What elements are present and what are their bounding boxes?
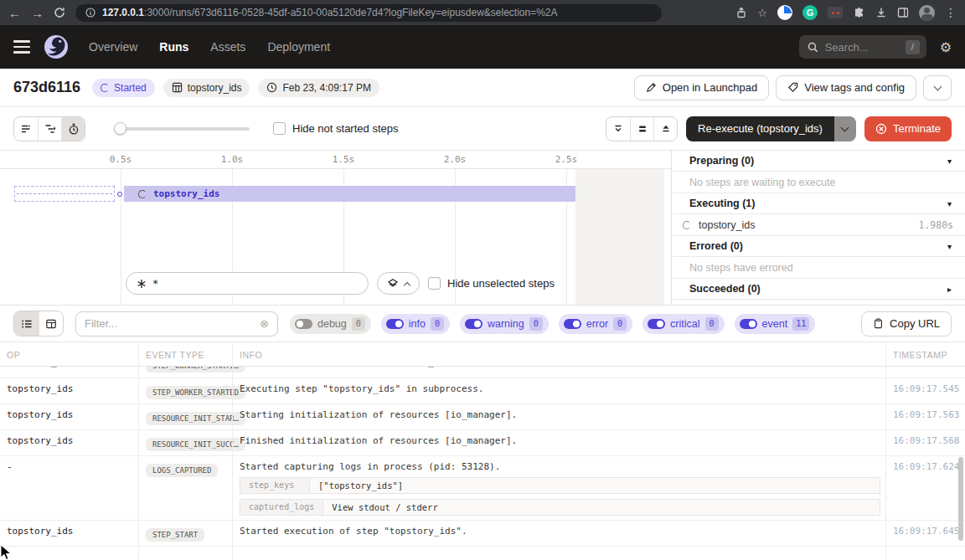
nav-item-runs[interactable]: Runs [159, 40, 188, 54]
double-bar-icon [637, 123, 648, 135]
status-step-row[interactable]: topstory_ids1.980s [673, 214, 965, 236]
share-icon[interactable] [735, 7, 747, 18]
collapse-up-button[interactable] [653, 117, 677, 141]
log-info-cell: Started capturing logs in process (pid: … [232, 456, 885, 520]
browser-profile-avatar[interactable] [919, 5, 935, 21]
log-info-text: Finished initialization of resources [io… [240, 435, 879, 446]
collapse-down-button[interactable] [606, 117, 630, 141]
table-row[interactable]: topstory_idsRESOURCE_INIT_SUCC…Finished … [0, 430, 965, 456]
toggle-knob [749, 321, 756, 327]
log-level-filters: debug0info0warning0error0critical0event1… [290, 314, 815, 334]
log-event-cell: RESOURCE_INIT_SUCC… [138, 430, 232, 455]
toggle-knob [573, 321, 580, 327]
hide-unselected-checkbox[interactable] [428, 277, 441, 290]
view-mode-flat-button[interactable] [14, 117, 38, 141]
expand-rows-button[interactable] [630, 117, 653, 141]
log-level-toggle-critical[interactable]: critical0 [642, 314, 724, 334]
run-start-time: Feb 23, 4:09:17 PM [258, 79, 379, 97]
log-timestamp-cell: 16:09:17.645 [885, 521, 965, 546]
log-level-toggle-warning[interactable]: warning0 [460, 314, 549, 334]
stopwatch-icon [68, 123, 80, 135]
log-list-view-button[interactable] [14, 311, 39, 336]
table-row[interactable]: topstory_idsSTEP_WORKER_STARTEDExecuting… [0, 378, 965, 404]
open-in-launchpad-button[interactable]: Open in Launchpad [634, 75, 769, 100]
browser-back-icon[interactable]: ← [8, 7, 21, 19]
log-op-cell: topstory_ids [0, 404, 138, 429]
metadata-link[interactable]: View stdout / stderr [323, 499, 880, 516]
copy-url-label: Copy URL [890, 317, 940, 330]
gantt-zoom-slider[interactable] [116, 127, 250, 131]
view-mode-waterfall-button[interactable] [38, 117, 61, 141]
robot-extension-icon[interactable] [828, 7, 843, 18]
extension-clock-icon[interactable] [777, 5, 792, 20]
main-nav: OverviewRunsAssetsDeployment [89, 40, 330, 54]
graph-query-toggle-button[interactable] [377, 272, 420, 295]
log-op-cell: topstory_ids [0, 521, 138, 546]
clear-filter-icon[interactable]: ⊗ [260, 317, 269, 330]
view-tags-config-button[interactable]: View tags and config [776, 75, 916, 100]
log-info-text: Executing step "topstory_ids" in subproc… [240, 383, 879, 394]
extensions-puzzle-icon[interactable] [853, 7, 865, 19]
reexecute-dropdown-button[interactable] [834, 116, 856, 141]
reexecute-button[interactable]: Re-execute (topstory_ids) [686, 116, 834, 141]
table-row[interactable]: -LOGS_CAPTUREDStarted capturing logs in … [0, 456, 965, 521]
nav-item-assets[interactable]: Assets [210, 40, 245, 54]
global-search-input[interactable]: Search... / [799, 35, 926, 59]
hamburger-menu-icon[interactable] [13, 40, 30, 53]
log-level-toggle-info[interactable]: info0 [381, 314, 450, 334]
url-host: 127.0.0.1 [102, 7, 144, 18]
nav-item-deployment[interactable]: Deployment [267, 40, 330, 54]
slider-thumb[interactable] [114, 122, 126, 135]
sidebar-toggle-icon[interactable] [897, 7, 909, 18]
gantt-axis-tick: 2.5s [555, 154, 578, 165]
event-type-badge: STEP_WORKER_STARTI… [146, 367, 245, 372]
hide-not-started-checkbox[interactable] [273, 122, 286, 135]
view-mode-timed-button[interactable] [61, 117, 85, 141]
log-info-cell: Finished initialization of resources [io… [232, 430, 885, 455]
dagster-logo[interactable] [44, 34, 69, 59]
log-scrollbar-thumb[interactable] [958, 457, 963, 541]
log-level-toggle-error[interactable]: error0 [559, 314, 632, 334]
gantt-dependency-node [117, 192, 122, 197]
status-section-header-preparing[interactable]: Preparing (0)▾ [673, 151, 965, 172]
browser-url-bar[interactable]: 127.0.0.1:3000/runs/673d6116-0528-45df-a… [75, 4, 662, 22]
log-level-label: debug [317, 318, 347, 330]
status-section-header-executing[interactable]: Executing (1)▾ [673, 193, 965, 214]
job-grid-icon [172, 82, 183, 93]
grammarly-extension-icon[interactable]: G [802, 5, 818, 20]
settings-gear-icon[interactable]: ⚙ [940, 39, 952, 55]
browser-menu-icon[interactable]: ⋮ [945, 6, 957, 19]
download-icon[interactable] [875, 7, 887, 18]
terminate-button[interactable]: Terminate [864, 116, 952, 141]
log-structured-view-button[interactable] [39, 311, 63, 336]
status-section-header-errored[interactable]: Errored (0)▾ [673, 236, 965, 257]
gantt-step-bar[interactable]: topstory_ids [124, 186, 575, 202]
gantt-gridline [121, 169, 121, 305]
log-table-filler-row [0, 547, 965, 560]
copy-url-button[interactable]: Copy URL [861, 311, 952, 337]
log-level-toggle-debug[interactable]: debug0 [290, 314, 371, 334]
reexecute-split-button: Re-execute (topstory_ids) [686, 116, 856, 141]
column-header-op: OP [0, 342, 138, 366]
run-more-actions-button[interactable] [923, 75, 952, 100]
step-spinner-icon [683, 221, 691, 229]
browser-reload-icon[interactable] [54, 7, 65, 18]
table-row[interactable]: topstory_idsSTEP_STARTStarted execution … [0, 521, 965, 547]
log-level-toggle-event[interactable]: event11 [735, 314, 816, 334]
nav-item-overview[interactable]: Overview [89, 40, 137, 54]
browser-chrome: ← → 127.0.0.1:3000/runs/673d6116-0528-45… [0, 0, 965, 25]
step-spinner-icon [138, 190, 147, 198]
bookmark-star-icon[interactable]: ☆ [757, 7, 767, 19]
log-op-cell: topstory_ids [0, 367, 138, 378]
table-row[interactable]: topstory_idsRESOURCE_INIT_STAR…Starting … [0, 404, 965, 430]
run-status-label: Started [114, 82, 147, 94]
site-info-icon[interactable] [85, 8, 95, 18]
status-section-header-succeeded[interactable]: Succeeded (0)▸ [673, 279, 965, 300]
step-filter-input[interactable] [152, 278, 358, 290]
search-icon [808, 42, 818, 53]
table-row[interactable]: topstory_idsSTEP_WORKER_STARTI…Launching… [0, 367, 965, 378]
browser-forward-icon[interactable]: → [31, 7, 44, 19]
log-filter-input[interactable] [85, 317, 253, 330]
app-navbar: OverviewRunsAssetsDeployment Search... /… [0, 25, 965, 69]
job-tag[interactable]: topstory_ids [163, 79, 250, 97]
